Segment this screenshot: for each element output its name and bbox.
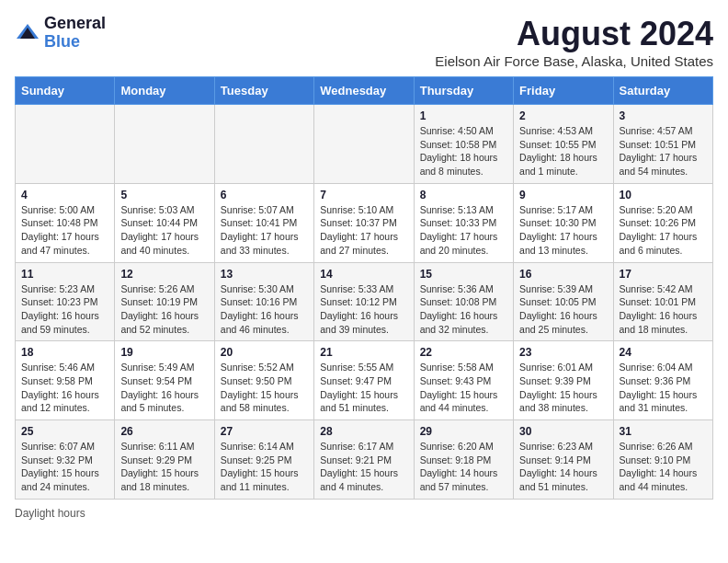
day-info: Sunrise: 6:20 AMSunset: 9:18 PMDaylight:… [420,440,507,494]
day-info: Sunrise: 5:49 AMSunset: 9:54 PMDaylight:… [120,361,208,415]
day-info: Sunrise: 5:10 AMSunset: 10:37 PMDaylight… [320,203,407,258]
calendar-cell: 6Sunrise: 5:07 AMSunset: 10:41 PMDayligh… [214,183,313,262]
logo: General Blue [15,15,106,52]
day-number: 25 [21,425,108,438]
calendar-header-thursday: Thursday [414,77,513,105]
day-number: 13 [221,268,308,281]
day-info: Sunrise: 6:04 AMSunset: 9:36 PMDaylight:… [620,361,707,415]
header: General Blue August 2024 Eielson Air For… [15,15,713,69]
calendar-week-row: 4Sunrise: 5:00 AMSunset: 10:48 PMDayligh… [16,183,713,262]
calendar-cell: 24Sunrise: 6:04 AMSunset: 9:36 PMDayligh… [613,341,712,420]
day-number: 2 [519,109,607,122]
calendar-cell: 31Sunrise: 6:26 AMSunset: 9:10 PMDayligh… [613,420,712,500]
calendar-cell: 7Sunrise: 5:10 AMSunset: 10:37 PMDayligh… [314,183,414,262]
calendar-table: SundayMondayTuesdayWednesdayThursdayFrid… [15,76,713,500]
day-number: 18 [21,346,108,359]
day-number: 7 [320,189,407,201]
day-number: 1 [420,109,507,122]
day-number: 11 [21,268,108,281]
day-number: 29 [420,425,507,438]
day-number: 22 [420,346,507,359]
calendar-cell: 12Sunrise: 5:26 AMSunset: 10:19 PMDaylig… [115,262,214,341]
calendar-week-row: 11Sunrise: 5:23 AMSunset: 10:23 PMDaylig… [16,262,713,341]
calendar-week-row: 25Sunrise: 6:07 AMSunset: 9:32 PMDayligh… [16,420,713,500]
logo-general-label: General [44,15,106,33]
calendar-header-saturday: Saturday [613,77,712,105]
calendar-cell: 27Sunrise: 6:14 AMSunset: 9:25 PMDayligh… [214,420,313,500]
day-number: 8 [420,189,507,201]
day-number: 21 [320,346,407,359]
day-info: Sunrise: 5:23 AMSunset: 10:23 PMDaylight… [21,282,108,337]
day-info: Sunrise: 4:57 AMSunset: 10:51 PMDaylight… [620,124,707,178]
day-number: 27 [221,425,308,438]
day-info: Sunrise: 5:00 AMSunset: 10:48 PMDaylight… [21,203,108,258]
day-number: 12 [120,268,208,281]
calendar-cell: 29Sunrise: 6:20 AMSunset: 9:18 PMDayligh… [414,420,513,500]
location-subtitle: Eielson Air Force Base, Alaska, United S… [435,53,713,69]
daylight-hours-label: Daylight hours [15,507,85,520]
calendar-cell: 26Sunrise: 6:11 AMSunset: 9:29 PMDayligh… [115,420,214,500]
day-number: 20 [221,346,308,359]
calendar-cell: 25Sunrise: 6:07 AMSunset: 9:32 PMDayligh… [16,420,115,500]
day-info: Sunrise: 4:53 AMSunset: 10:55 PMDaylight… [519,124,607,178]
day-info: Sunrise: 5:33 AMSunset: 10:12 PMDaylight… [320,282,407,337]
day-number: 19 [120,346,208,359]
day-number: 28 [320,425,407,438]
calendar-cell: 8Sunrise: 5:13 AMSunset: 10:33 PMDayligh… [414,183,513,262]
day-info: Sunrise: 5:39 AMSunset: 10:05 PMDaylight… [519,282,607,337]
calendar-cell: 14Sunrise: 5:33 AMSunset: 10:12 PMDaylig… [314,262,414,341]
calendar-header-sunday: Sunday [16,77,115,105]
calendar-cell: 28Sunrise: 6:17 AMSunset: 9:21 PMDayligh… [314,420,414,500]
calendar-cell: 19Sunrise: 5:49 AMSunset: 9:54 PMDayligh… [115,341,214,420]
day-info: Sunrise: 5:42 AMSunset: 10:01 PMDaylight… [620,282,707,337]
calendar-cell: 23Sunrise: 6:01 AMSunset: 9:39 PMDayligh… [514,341,613,420]
calendar-cell: 30Sunrise: 6:23 AMSunset: 9:14 PMDayligh… [514,420,613,500]
day-info: Sunrise: 5:36 AMSunset: 10:08 PMDaylight… [420,282,507,337]
day-number: 6 [221,189,308,201]
day-info: Sunrise: 6:26 AMSunset: 9:10 PMDaylight:… [620,440,707,494]
calendar-cell [115,105,214,184]
calendar-cell: 20Sunrise: 5:52 AMSunset: 9:50 PMDayligh… [214,341,313,420]
day-info: Sunrise: 5:46 AMSunset: 9:58 PMDaylight:… [21,361,108,415]
day-info: Sunrise: 5:17 AMSunset: 10:30 PMDaylight… [519,203,607,258]
calendar-header-monday: Monday [115,77,214,105]
calendar-cell: 13Sunrise: 5:30 AMSunset: 10:16 PMDaylig… [214,262,313,341]
calendar-week-row: 18Sunrise: 5:46 AMSunset: 9:58 PMDayligh… [16,341,713,420]
calendar-header-row: SundayMondayTuesdayWednesdayThursdayFrid… [16,77,713,105]
calendar-cell: 10Sunrise: 5:20 AMSunset: 10:26 PMDaylig… [613,183,712,262]
day-number: 10 [620,189,707,201]
calendar-cell: 21Sunrise: 5:55 AMSunset: 9:47 PMDayligh… [314,341,414,420]
calendar-cell [314,105,414,184]
day-number: 9 [519,189,607,201]
calendar-cell [214,105,313,184]
day-info: Sunrise: 6:01 AMSunset: 9:39 PMDaylight:… [519,361,607,415]
title-area: August 2024 Eielson Air Force Base, Alas… [435,15,713,69]
calendar-cell: 5Sunrise: 5:03 AMSunset: 10:44 PMDayligh… [115,183,214,262]
day-info: Sunrise: 6:17 AMSunset: 9:21 PMDaylight:… [320,440,407,494]
day-number: 23 [519,346,607,359]
day-info: Sunrise: 6:11 AMSunset: 9:29 PMDaylight:… [120,440,208,494]
day-number: 16 [519,268,607,281]
calendar-cell: 15Sunrise: 5:36 AMSunset: 10:08 PMDaylig… [414,262,513,341]
day-number: 15 [420,268,507,281]
logo-blue-label: Blue [44,33,106,52]
day-number: 4 [21,189,108,201]
day-info: Sunrise: 5:07 AMSunset: 10:41 PMDaylight… [221,203,308,258]
day-info: Sunrise: 6:23 AMSunset: 9:14 PMDaylight:… [519,440,607,494]
calendar-footer: Daylight hours [15,507,713,520]
calendar-cell: 22Sunrise: 5:58 AMSunset: 9:43 PMDayligh… [414,341,513,420]
day-info: Sunrise: 5:55 AMSunset: 9:47 PMDaylight:… [320,361,407,415]
day-info: Sunrise: 5:58 AMSunset: 9:43 PMDaylight:… [420,361,507,415]
day-info: Sunrise: 5:52 AMSunset: 9:50 PMDaylight:… [221,361,308,415]
day-number: 17 [620,268,707,281]
calendar-cell: 18Sunrise: 5:46 AMSunset: 9:58 PMDayligh… [16,341,115,420]
day-number: 3 [620,109,707,122]
day-number: 31 [620,425,707,438]
day-info: Sunrise: 5:30 AMSunset: 10:16 PMDaylight… [221,282,308,337]
calendar-week-row: 1Sunrise: 4:50 AMSunset: 10:58 PMDayligh… [16,105,713,184]
day-number: 14 [320,268,407,281]
calendar-cell: 11Sunrise: 5:23 AMSunset: 10:23 PMDaylig… [16,262,115,341]
logo-icon [15,20,40,46]
calendar-cell: 17Sunrise: 5:42 AMSunset: 10:01 PMDaylig… [613,262,712,341]
day-info: Sunrise: 5:26 AMSunset: 10:19 PMDaylight… [120,282,208,337]
